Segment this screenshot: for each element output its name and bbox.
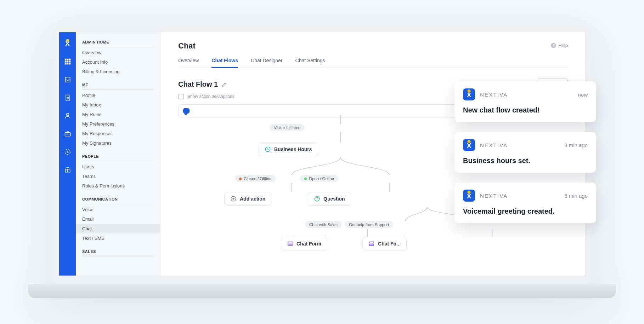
svg-rect-20 <box>369 242 374 243</box>
tab-chat-designer[interactable]: Chat Designer <box>251 56 283 68</box>
nav-item-text-sms[interactable]: Text / SMS <box>82 233 154 243</box>
svg-rect-0 <box>65 59 66 60</box>
flow-add-action-node[interactable]: Add action <box>224 192 271 206</box>
help-link[interactable]: ? Help <box>551 43 568 48</box>
nav-item-chat[interactable]: Chat <box>76 224 160 233</box>
nav-item-account-info[interactable]: Account Info <box>82 57 154 67</box>
checkbox-icon <box>178 94 184 99</box>
svg-rect-6 <box>65 63 66 64</box>
nav-item-my-signatures[interactable]: My Signatures <box>82 138 154 148</box>
nav-item-billing-licensing[interactable]: Billing & Licensing <box>82 67 154 76</box>
nav-item-profile[interactable]: Profile <box>82 91 154 100</box>
notification-from: NEXTIVA <box>480 142 508 148</box>
notification-card[interactable]: X NEXTIVA now New chat flow created! <box>454 81 596 122</box>
tab-chat-flows[interactable]: Chat Flows <box>211 56 238 68</box>
nav-item-users[interactable]: Users <box>82 162 154 172</box>
help-label: Help <box>558 43 568 48</box>
nav-heading-sales: SALES <box>82 249 154 256</box>
flow-title: Chat Flow 1 <box>178 80 227 88</box>
svg-point-17 <box>317 200 317 200</box>
svg-rect-18 <box>288 242 292 243</box>
edit-pencil-icon[interactable] <box>221 82 227 87</box>
nav-item-roles-permissions[interactable]: Roles & Permissions <box>82 181 154 191</box>
svg-rect-8 <box>69 63 70 64</box>
briefcase-icon[interactable] <box>63 129 72 138</box>
plus-circle-icon <box>230 196 237 202</box>
notification-time: now <box>578 92 588 98</box>
flow-chat-form-left-node[interactable]: Chat Form <box>281 237 327 250</box>
person-icon[interactable] <box>63 111 72 120</box>
logo-icon[interactable]: X <box>63 39 72 48</box>
icon-rail: X $ <box>59 32 76 276</box>
document-icon[interactable] <box>63 93 72 102</box>
svg-rect-1 <box>67 59 68 60</box>
form-icon <box>287 241 293 247</box>
flow-business-hours-node[interactable]: Business Hours <box>259 143 318 156</box>
svg-rect-3 <box>65 61 66 62</box>
notification-time: 5 min ago <box>564 193 588 199</box>
nav-heading-me: ME <box>82 83 154 90</box>
clock-icon <box>265 146 271 152</box>
notification-message: Voicemail greeting created. <box>463 207 588 215</box>
notification-logo-icon: X <box>463 190 475 202</box>
gift-box-icon[interactable] <box>63 166 72 174</box>
nav-item-voice[interactable]: Voice <box>82 205 154 214</box>
nav-item-email[interactable]: Email <box>82 214 154 224</box>
flow-question-node[interactable]: Question <box>308 192 351 206</box>
notification-card[interactable]: X NEXTIVA 5 min ago Voicemail greeting c… <box>454 183 596 223</box>
flow-visitor-initiated-pill: Visitor Initiated <box>270 124 305 131</box>
notification-message: New chat flow created! <box>463 106 588 114</box>
nav-item-teams[interactable]: Teams <box>82 172 154 181</box>
svg-text:$: $ <box>67 150 68 154</box>
form-icon <box>368 241 375 247</box>
notification-time: 3 min ago <box>564 142 588 148</box>
laptop-base <box>28 284 616 298</box>
notifications-stack: X NEXTIVA now New chat flow created! X N… <box>454 81 596 223</box>
help-icon: ? <box>551 43 556 48</box>
nav-heading-admin-home: ADMIN HOME <box>82 40 154 47</box>
flow-open-online-pill: Open / Online <box>300 175 338 182</box>
show-desc-label: Show action descriptions <box>187 94 235 99</box>
flow-chat-with-sales-pill: Chat with Sales <box>305 221 342 228</box>
svg-rect-2 <box>69 59 70 60</box>
chat-bubble-icon <box>183 108 190 114</box>
svg-rect-7 <box>67 63 68 64</box>
notification-logo-icon: X <box>463 139 475 151</box>
nav-item-my-rules[interactable]: My Rules <box>82 110 154 119</box>
tab-overview[interactable]: Overview <box>178 56 199 68</box>
nav-item-my-responses[interactable]: My Responses <box>82 129 154 138</box>
notification-from: NEXTIVA <box>480 193 508 199</box>
svg-rect-5 <box>69 61 70 62</box>
nav-heading-communication: COMMUNICATION <box>82 197 154 204</box>
svg-rect-10 <box>65 133 70 136</box>
nav-item-my-preferences[interactable]: My Preferences <box>82 119 154 129</box>
inbox-tray-icon[interactable] <box>63 75 72 84</box>
page-title: Chat <box>178 41 568 51</box>
tabs: Overview Chat Flows Chat Designer Chat S… <box>178 56 568 68</box>
apps-grid-icon[interactable] <box>63 57 72 66</box>
question-circle-icon <box>314 196 320 202</box>
nav-item-my-inbox[interactable]: My Inbox <box>82 100 154 110</box>
notification-from: NEXTIVA <box>480 92 508 98</box>
svg-rect-4 <box>67 61 68 62</box>
sync-dollar-icon[interactable]: $ <box>63 147 72 156</box>
svg-rect-19 <box>288 244 292 246</box>
flow-get-help-pill: Get help from Support <box>345 221 393 228</box>
svg-point-9 <box>66 113 69 116</box>
notification-message: Business hours set. <box>463 157 588 165</box>
nav-heading-people: PEOPLE <box>82 154 154 161</box>
svg-rect-21 <box>369 244 374 246</box>
flow-chat-form-right-node[interactable]: Chat Fo... <box>362 237 407 250</box>
notification-logo-icon: X <box>463 88 475 100</box>
tab-chat-settings[interactable]: Chat Settings <box>295 56 325 68</box>
nav-item-overview[interactable]: Overview <box>82 48 154 57</box>
flow-closed-offline-pill: Closed / Offline <box>235 175 276 182</box>
notification-card[interactable]: X NEXTIVA 3 min ago Business hours set. <box>454 132 596 173</box>
sidebar: ADMIN HOME Overview Account Info Billing… <box>76 32 160 276</box>
